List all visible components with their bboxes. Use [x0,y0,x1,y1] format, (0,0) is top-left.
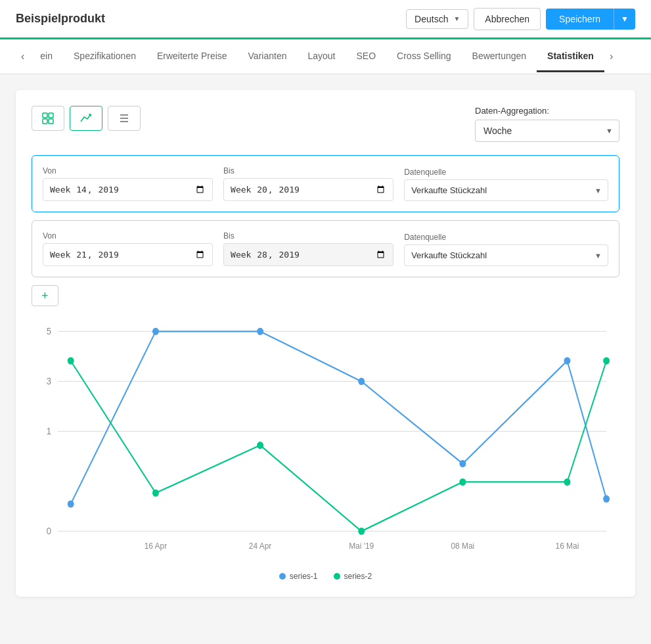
plus-icon: + [41,289,49,302]
page-header: Beispielprodukt Deutsch ▼ Abbrechen Spei… [0,0,651,39]
series2-point [358,528,365,535]
chart-icon [79,112,93,125]
list-icon [118,112,131,125]
range1-bis-input[interactable] [223,178,393,201]
tab-varianten[interactable]: Varianten [238,41,298,72]
list-view-button[interactable] [108,106,141,131]
chevron-down-icon: ▼ [453,15,460,22]
range-row-1: Von Bis Datenquelle Verkaufte Stückzahl … [43,166,608,201]
series2-point [68,357,74,364]
series2-point [459,478,466,486]
legend-series2: series-2 [334,572,372,581]
range2-bis-field: Bis [223,231,393,266]
series1-point [358,378,365,385]
range2-source-field: Datenquelle Verkaufte Stückzahl Umsatz B… [404,233,608,266]
svg-rect-3 [49,119,53,124]
aggregation-section: Daten-Aggregation: Tag Woche Monat Jahr … [475,106,619,142]
grid-view-button[interactable] [32,106,64,131]
svg-text:16 Apr: 16 Apr [145,541,168,551]
svg-text:Mai '19: Mai '19 [349,541,374,551]
series2-point [152,490,159,497]
range2-von-input[interactable] [43,243,213,266]
aggregation-label: Daten-Aggregation: [475,106,619,116]
grid-icon [41,112,55,125]
range-row-2: Von Bis Datenquelle Verkaufte Stückzahl … [43,231,608,266]
series2-line [71,361,606,531]
series2-point [603,357,610,364]
tab-navigation: ‹ ein Spezifikationen Erweiterte Preise … [0,39,651,74]
svg-rect-0 [43,113,47,118]
svg-text:0: 0 [47,526,52,536]
series1-point [459,460,466,467]
aggregation-select[interactable]: Tag Woche Monat Jahr [475,120,619,142]
tab-erweiterte-preise[interactable]: Erweiterte Preise [146,41,238,72]
series2-point [257,442,263,449]
svg-text:08 Mai: 08 Mai [451,541,474,551]
add-range-button[interactable]: + [32,285,58,306]
series1-line [71,331,606,504]
series2-label: series-2 [344,572,372,581]
tab-cross-selling[interactable]: Cross Selling [386,41,461,72]
tab-spezifikationen[interactable]: Spezifikationen [63,41,146,72]
range2-von-label: Von [43,231,213,241]
series2-point [564,478,570,486]
range1-source-field: Datenquelle Verkaufte Stückzahl Umsatz B… [404,168,608,201]
date-range-1: Von Bis Datenquelle Verkaufte Stückzahl … [32,155,619,212]
range1-von-field: Von [43,166,213,201]
header-actions: Deutsch ▼ Abbrechen Speichern ▼ [406,8,635,30]
legend-series1: series-1 [279,572,318,581]
view-buttons [32,106,141,131]
svg-text:24 Apr: 24 Apr [249,541,272,551]
range2-bis-input[interactable] [223,243,393,266]
range1-bis-label: Bis [223,166,393,175]
tab-layout[interactable]: Layout [297,41,346,72]
save-dropdown-button[interactable]: ▼ [614,9,635,30]
save-button-group: Speichern ▼ [546,9,635,30]
series1-dot [279,573,286,580]
tab-seo[interactable]: SEO [346,41,387,72]
series1-label: series-1 [290,572,318,581]
aggregation-select-wrap: Tag Woche Monat Jahr ▼ [475,120,619,142]
series1-point [603,495,610,503]
range2-bis-label: Bis [223,231,393,241]
tab-allgemein[interactable]: ein [30,41,63,72]
svg-rect-2 [43,119,47,124]
series1-point [564,357,570,364]
series1-point [152,328,159,335]
svg-text:16 Mai: 16 Mai [556,541,579,551]
statistics-card: Daten-Aggregation: Tag Woche Monat Jahr … [16,90,635,597]
svg-rect-1 [49,113,53,118]
range1-von-input[interactable] [43,178,213,201]
chart-svg: 5 3 1 0 16 Apr 24 Apr Mai '19 08 Mai 16 … [32,317,619,566]
range1-bis-field: Bis [223,166,393,201]
tab-bewertungen[interactable]: Bewertungen [462,41,537,72]
language-select[interactable]: Deutsch ▼ [406,9,468,29]
range2-source-select[interactable]: Verkaufte Stückzahl Umsatz Besucher [404,244,608,266]
range2-von-field: Von [43,231,213,266]
abort-button[interactable]: Abbrechen [474,8,541,30]
save-button[interactable]: Speichern [546,9,614,30]
date-range-2: Von Bis Datenquelle Verkaufte Stückzahl … [32,220,619,277]
chart-legend: series-1 series-2 [32,572,619,581]
svg-text:1: 1 [47,426,51,436]
series2-dot [334,573,340,580]
svg-text:3: 3 [47,376,52,386]
range1-von-label: Von [43,166,213,175]
main-content: Daten-Aggregation: Tag Woche Monat Jahr … [0,74,651,612]
range1-source-select[interactable]: Verkaufte Stückzahl Umsatz Besucher [404,179,608,201]
range1-source-label: Datenquelle [404,168,608,177]
statistics-chart: 5 3 1 0 16 Apr 24 Apr Mai '19 08 Mai 16 … [32,317,619,566]
tab-prev-arrow[interactable]: ‹ [16,39,30,74]
tab-next-arrow[interactable]: › [604,39,618,74]
chart-view-button[interactable] [70,106,102,131]
range2-source-select-wrap: Verkaufte Stückzahl Umsatz Besucher ▼ [404,244,608,266]
series1-point [257,328,263,335]
series1-point [68,500,74,507]
range1-source-select-wrap: Verkaufte Stückzahl Umsatz Besucher ▼ [404,179,608,201]
toolbar-row: Daten-Aggregation: Tag Woche Monat Jahr … [32,106,619,142]
page-title: Beispielprodukt [16,12,105,26]
language-label: Deutsch [415,14,448,24]
range2-source-label: Datenquelle [404,233,608,242]
tab-statistiken[interactable]: Statistiken [537,41,604,72]
svg-text:5: 5 [47,326,52,336]
